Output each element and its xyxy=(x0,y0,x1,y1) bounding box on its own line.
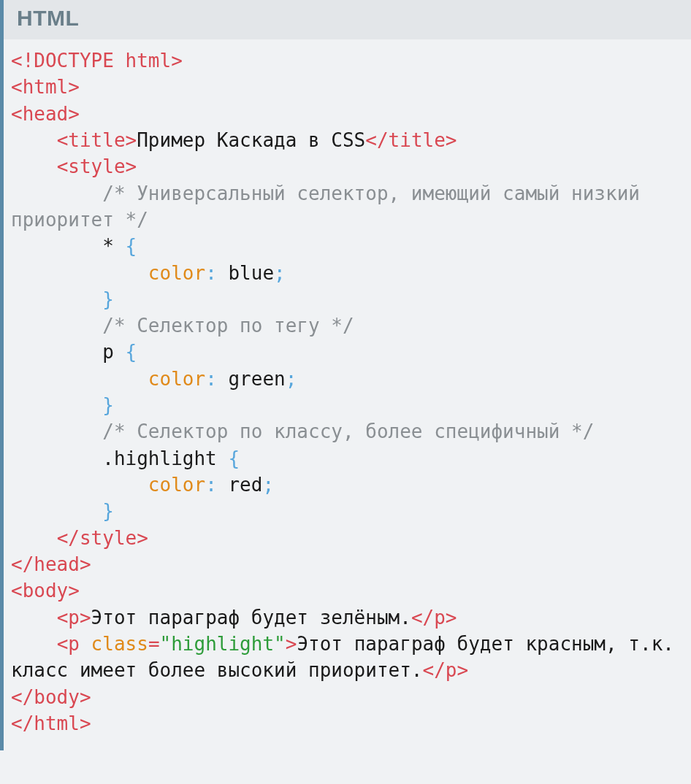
code-token: <title> xyxy=(57,129,137,151)
code-token: { xyxy=(126,235,137,257)
code-token: color xyxy=(148,368,205,390)
code-token: green xyxy=(228,368,285,390)
code-token: </html> xyxy=(11,712,91,734)
code-token: color xyxy=(148,474,205,496)
code-token: } xyxy=(102,500,114,522)
code-token: color xyxy=(148,262,205,284)
code-token: </p> xyxy=(423,659,469,681)
code-token: "highlight" xyxy=(160,633,286,655)
code-token: > xyxy=(286,633,297,655)
code-token: </head> xyxy=(11,553,91,575)
code-token: = xyxy=(148,633,160,655)
code-token: : xyxy=(205,474,217,496)
code-token: : xyxy=(205,262,217,284)
code-token: <body> xyxy=(11,580,80,602)
code-tokens: <!DOCTYPE html> <html> <head> <title>При… xyxy=(11,50,686,734)
code-token: * xyxy=(102,235,114,257)
code-token: </style> xyxy=(57,527,148,549)
code-block-header: HTML xyxy=(4,0,691,39)
code-token: <p> xyxy=(57,607,91,629)
code-token: </p> xyxy=(411,607,457,629)
code-token: Пример Каскада в CSS xyxy=(137,129,365,151)
code-block: HTML <!DOCTYPE html> <html> <head> <titl… xyxy=(0,0,691,750)
code-token: ; xyxy=(274,262,286,284)
code-token: ; xyxy=(286,368,297,390)
code-token: { xyxy=(228,447,240,469)
code-token: blue xyxy=(228,262,274,284)
code-token: { xyxy=(126,341,137,363)
code-token: <style> xyxy=(57,155,137,177)
code-token: <head> xyxy=(11,103,80,125)
code-token: } xyxy=(102,288,114,310)
code-token: red xyxy=(228,474,262,496)
code-token: class xyxy=(91,633,148,655)
code-token: /* Универсальный селектор, имеющий самый… xyxy=(11,182,652,231)
code-token: </body> xyxy=(11,686,91,708)
code-token: </title> xyxy=(365,129,457,151)
code-token: p xyxy=(102,341,114,363)
code-token: .highlight xyxy=(102,447,217,469)
code-content: <!DOCTYPE html> <html> <head> <title>При… xyxy=(4,39,691,750)
code-token: /* Селектор по классу, более специфичный… xyxy=(102,420,594,442)
code-token: <p xyxy=(57,633,91,655)
code-token: Этот параграф будет зелёным. xyxy=(91,607,411,629)
code-token: : xyxy=(205,368,217,390)
code-token: ; xyxy=(262,474,274,496)
code-token: <html> xyxy=(11,76,80,98)
code-language-label: HTML xyxy=(17,6,79,30)
code-token: } xyxy=(102,394,114,416)
code-token: <!DOCTYPE html> xyxy=(11,50,183,72)
code-token: /* Селектор по тегу */ xyxy=(102,315,354,337)
